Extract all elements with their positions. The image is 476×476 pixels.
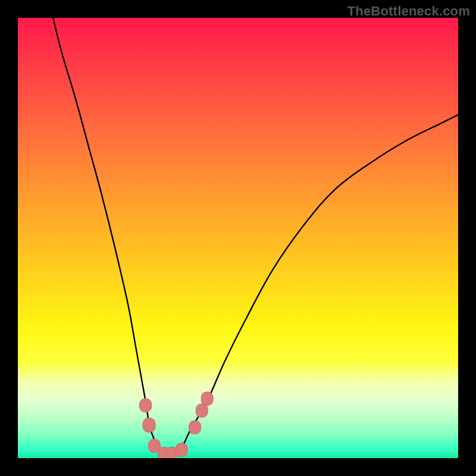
plot-area [18,18,458,458]
curve-marker [196,404,208,418]
curve-marker [143,418,155,433]
curve-markers [140,392,214,458]
curve-marker [189,421,201,434]
curve-marker [201,392,213,406]
curve-marker [176,443,187,457]
chart-frame: TheBottleneck.com [0,0,476,476]
bottleneck-curve [53,18,458,455]
curve-marker [140,399,152,412]
watermark-text: TheBottleneck.com [347,4,470,19]
curve-svg [18,18,458,458]
